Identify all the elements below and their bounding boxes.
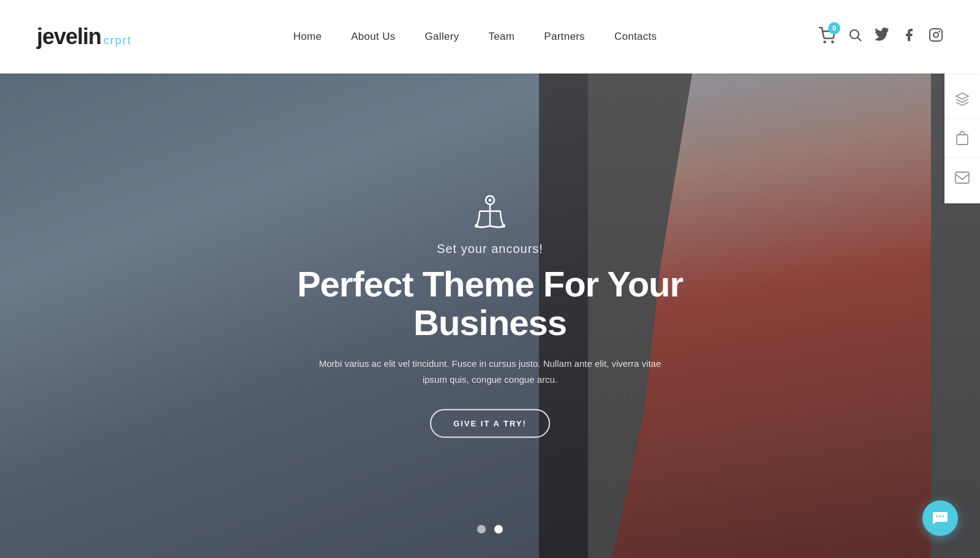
header-icons: 0 [818,27,943,47]
logo-sub: crprt [104,34,132,47]
svg-point-6 [939,31,940,32]
svg-point-11 [475,224,478,227]
hero-content: Set your ancours! Perfect Theme For Your… [276,194,704,438]
hero-cta-button[interactable]: GIVE IT A TRY! [430,409,550,438]
main-nav: Home About Us Gallery Team Partners Cont… [293,31,657,43]
svg-point-18 [943,516,944,518]
layers-icon [955,92,970,107]
search-icon[interactable] [848,28,862,46]
anchor-icon [473,194,507,230]
sidebar-mail-button[interactable] [944,158,980,197]
hero-description: Morbi varius ac elit vel tincidunt. Fusc… [306,356,674,387]
slide-dot-1[interactable] [477,525,486,533]
header: jevelin crprt Home About Us Gallery Team… [0,0,980,74]
hero-tagline: Set your ancours! [276,241,704,255]
logo[interactable]: jevelin crprt [37,24,132,50]
hero-section: Set your ancours! Perfect Theme For Your… [0,74,980,558]
cart-button[interactable]: 0 [818,27,835,47]
nav-contacts[interactable]: Contacts [614,31,657,43]
svg-rect-4 [930,29,942,41]
svg-point-12 [502,224,505,227]
nav-gallery[interactable]: Gallery [425,31,459,43]
svg-point-17 [940,516,941,518]
slide-dots [477,525,503,533]
cart-badge: 0 [828,22,840,34]
svg-point-5 [933,32,938,37]
svg-point-0 [824,41,825,42]
sidebar-layers-button[interactable] [944,80,980,119]
slide-dot-2[interactable] [494,525,503,533]
bag-icon [956,131,969,146]
mail-icon [955,172,970,184]
chat-icon [932,510,949,527]
facebook-icon[interactable] [902,28,916,46]
svg-point-1 [832,41,833,42]
twitter-icon[interactable] [875,28,889,46]
instagram-icon[interactable] [929,28,943,46]
svg-line-3 [858,38,862,42]
nav-partners[interactable]: Partners [544,31,585,43]
nav-home[interactable]: Home [293,31,322,43]
sidebar-bag-button[interactable] [944,119,980,158]
hero-title: Perfect Theme For Your Business [276,264,704,342]
svg-rect-15 [956,172,969,183]
sidebar-right [944,74,980,203]
svg-point-8 [489,198,492,202]
chat-button[interactable] [922,500,958,536]
svg-rect-14 [957,135,968,145]
svg-point-2 [850,30,859,39]
nav-about[interactable]: About Us [351,31,395,43]
svg-marker-13 [956,93,968,99]
logo-text: jevelin [37,24,101,50]
svg-point-16 [937,516,938,518]
nav-team[interactable]: Team [488,31,514,43]
